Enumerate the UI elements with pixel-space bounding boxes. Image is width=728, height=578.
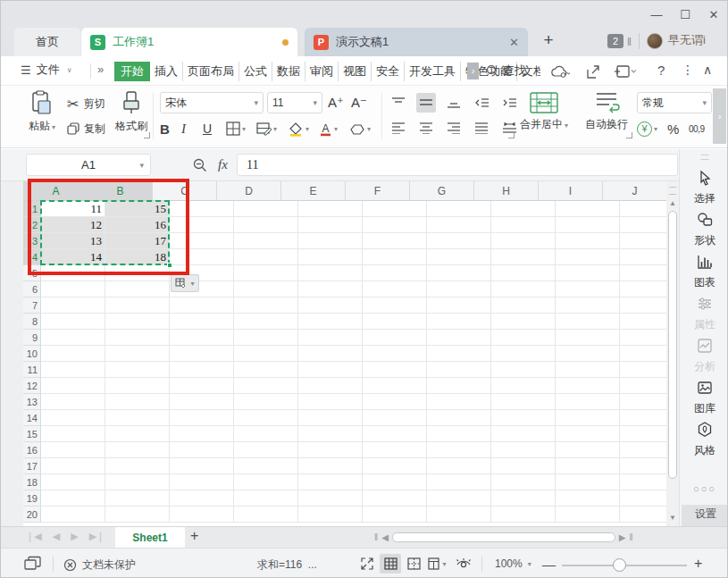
cell-G1[interactable] [427,201,491,217]
cell-D10[interactable] [234,346,298,362]
cell-I15[interactable] [556,426,620,442]
sheet-tab-sheet1[interactable]: Sheet1 [115,527,185,549]
cell-A2[interactable]: 12 [41,217,105,233]
clear-format-button[interactable]: ▾ [349,118,371,139]
cell-A3[interactable]: 13 [41,233,105,249]
split-handle-icon[interactable]: ‖ [374,532,378,542]
page-layout-view-button[interactable]: ▾ [426,554,448,574]
cell-I5[interactable] [556,265,620,281]
row-header-9[interactable]: 9 [23,330,41,346]
search-control[interactable]: 查找 [486,63,526,79]
decrease-indent-button[interactable] [472,93,491,113]
cell-H14[interactable] [491,410,556,426]
cell-H2[interactable] [491,217,556,233]
fill-handle[interactable] [167,263,172,268]
cell-B5[interactable] [105,265,170,281]
cell-H3[interactable] [491,233,556,249]
cell-I12[interactable] [556,378,620,394]
cell-I14[interactable] [556,410,620,426]
cell-J10[interactable] [620,346,666,362]
percent-button[interactable]: % [667,118,679,139]
last-sheet-icon[interactable]: ▶❘ [89,531,105,542]
menu-tab-插入[interactable]: 插入 [150,62,183,81]
cell-A12[interactable] [41,378,105,394]
row-header-4[interactable]: 4 [23,249,41,265]
cloud-sync-icon[interactable] [550,65,570,79]
copy-button[interactable]: 复制 [67,118,105,139]
add-sheet-button[interactable]: + [190,528,198,544]
cell-G15[interactable] [427,426,491,442]
cell-D7[interactable] [234,297,298,314]
cell-F5[interactable] [363,265,427,281]
paste-options-button[interactable]: ▾ [171,274,199,292]
cell-G17[interactable] [427,458,491,474]
cell-I13[interactable] [556,394,620,410]
cell-J12[interactable] [620,378,666,394]
zoom-out-button[interactable]: — [542,557,556,572]
cell-A10[interactable] [41,346,105,362]
scroll-down-icon[interactable]: ▼ [666,514,679,522]
cell-H5[interactable] [491,265,556,281]
next-sheet-icon[interactable]: ▶ [71,531,78,542]
cell-I10[interactable] [556,346,620,362]
grow-font-button[interactable]: A⁺ [328,92,344,113]
cell-B15[interactable] [105,426,170,442]
cell-E7[interactable] [298,297,363,314]
vertical-scroll-thumb[interactable] [668,211,677,479]
cell-J4[interactable] [620,249,666,265]
cell-G3[interactable] [427,233,491,249]
sidebar-item-cursor[interactable]: 选择 [680,169,728,206]
cell-C9[interactable] [170,330,234,346]
cell-G8[interactable] [427,314,491,330]
cell-I7[interactable] [556,297,620,314]
cell-I20[interactable] [556,507,620,523]
cell-H16[interactable] [491,442,556,458]
cell-A4[interactable]: 14 [41,249,105,265]
row-header-6[interactable]: 6 [23,281,41,297]
cell-G19[interactable] [427,490,491,507]
cell-F6[interactable] [363,281,427,297]
cell-A19[interactable] [41,490,105,507]
cell-F4[interactable] [363,249,427,265]
cell-E16[interactable] [298,442,363,458]
cell-J13[interactable] [620,394,666,410]
number-dialog-launcher[interactable] [626,132,632,138]
cell-J16[interactable] [620,442,666,458]
cell-B11[interactable] [105,362,170,378]
row-header-13[interactable]: 13 [23,394,41,410]
cell-D16[interactable] [234,442,298,458]
cell-A11[interactable] [41,362,105,378]
user-avatar[interactable] [647,33,663,49]
cell-G14[interactable] [427,410,491,426]
alignment-dialog-launcher[interactable] [508,132,515,138]
column-header-G[interactable]: G [410,181,474,201]
cell-G18[interactable] [427,474,491,490]
cell-G12[interactable] [427,378,491,394]
cell-E19[interactable] [298,490,363,507]
cell-D11[interactable] [234,362,298,378]
font-color-button[interactable]: A▾ [319,118,338,139]
cell-G7[interactable] [427,297,491,314]
cell-E2[interactable] [298,217,363,233]
more-menu-icon[interactable]: ⋮ [682,63,694,77]
cell-A7[interactable] [41,297,105,314]
row-header-17[interactable]: 17 [23,458,41,474]
cell-B8[interactable] [105,314,170,330]
row-header-18[interactable]: 18 [23,474,41,490]
ribbon-overflow-left[interactable]: » [97,63,104,76]
normal-view-button[interactable] [380,554,401,574]
paste-button[interactable]: 粘贴▾ [22,90,62,134]
vertical-scrollbar[interactable]: —— ▲ ▼ [666,181,679,526]
cell-J11[interactable] [620,362,666,378]
cell-H17[interactable] [491,458,556,474]
cell-D13[interactable] [234,394,298,410]
align-middle-button[interactable] [416,93,436,113]
menu-tab-视图[interactable]: 视图 [339,62,372,81]
cell-D20[interactable] [234,507,298,523]
cell-I16[interactable] [556,442,620,458]
cell-H15[interactable] [491,426,556,442]
row-header-19[interactable]: 19 [23,490,41,507]
cell-I4[interactable] [556,249,620,265]
cell-A9[interactable] [41,330,105,346]
tab-close-icon[interactable]: ✕ [509,36,519,49]
